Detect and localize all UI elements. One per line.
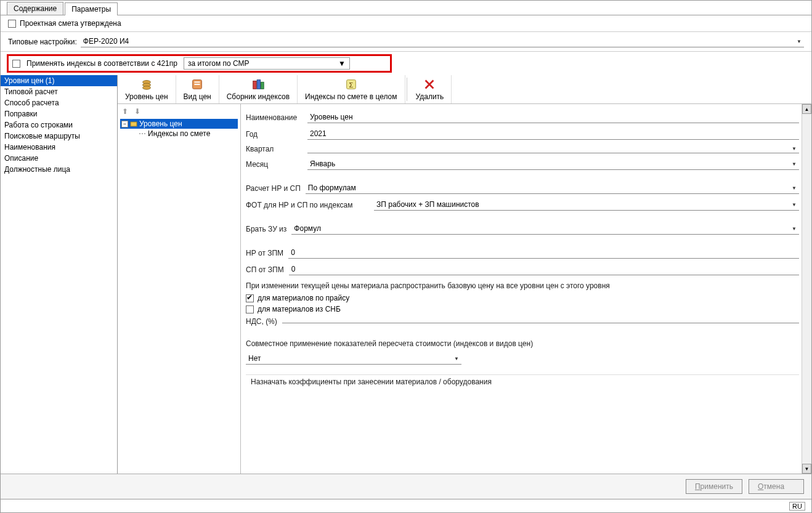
apply-index-value: за итогом по СМР (188, 59, 250, 68)
tab-parameters[interactable]: Параметры (65, 2, 118, 15)
apply-index-highlight: Применять индексы в соответствии с 421пр… (7, 54, 392, 73)
delete-icon (423, 78, 436, 91)
approved-checkbox[interactable] (8, 20, 16, 28)
sidebar-item-search-routes[interactable]: Поисковые маршруты (1, 131, 117, 142)
month-label: Месяц (246, 160, 307, 169)
tree-child-label: Индексы по смете (148, 129, 210, 138)
typical-settings-row: Типовые настройки: ФЕР-2020 И4 ▼ (1, 32, 811, 52)
toolbar-index-estimate-label: Индексы по смете в целом (305, 92, 397, 101)
tree-root-label: Уровень цен (139, 119, 182, 128)
tree-move-down-button[interactable]: ⬇ (132, 107, 142, 116)
sidebar-item-officials[interactable]: Должностные лица (1, 164, 117, 175)
scroll-down-icon[interactable]: ▼ (802, 464, 811, 474)
toolbar-price-view-button[interactable]: Вид цен (176, 75, 219, 103)
toolbar-delete-button[interactable]: Удалить (408, 75, 452, 103)
name-label: Наименование (246, 113, 307, 122)
books-icon (251, 78, 265, 91)
assign-coefficients-label: Назначать коэффициенты при занесении мат… (246, 374, 799, 389)
apply-index-checkbox[interactable] (12, 60, 20, 68)
svg-rect-7 (257, 80, 261, 89)
typical-settings-label: Типовые настройки: (8, 38, 77, 46)
fot-combo[interactable]: ЗП рабочих + ЗП машинистов▼ (374, 199, 799, 211)
toolbar-index-estimate-button[interactable]: Σ Индексы по смете в целом (298, 75, 405, 103)
toolbar-price-level-button[interactable]: Уровень цен (118, 75, 176, 103)
tab-content[interactable]: Содержание (7, 2, 63, 15)
sidebar-item-corrections[interactable]: Поправки (1, 108, 117, 119)
sidebar-item-lines-work[interactable]: Работа со строками (1, 119, 117, 131)
nr-zpm-label: НР от ЗПМ (246, 249, 283, 257)
sidebar-item-names[interactable]: Наименования (1, 142, 117, 153)
chevron-down-icon: ▼ (792, 185, 797, 191)
toolbar-separator (407, 78, 407, 101)
form-pane: Наименование Уровень цен▼ Год 2021▼ Квар… (241, 104, 811, 474)
month-combo[interactable]: Январь▼ (307, 158, 799, 170)
joint-use-label: Совместное применение показателей пересч… (246, 336, 799, 350)
sigma-icon: Σ (344, 78, 358, 91)
approved-row: Проектная смета утверждена (1, 15, 811, 32)
sidebar-item-description[interactable]: Описание (1, 153, 117, 164)
quarter-combo[interactable]: ▼ (307, 145, 799, 153)
tree-child-node[interactable]: ⋯ Индексы по смете (137, 129, 238, 139)
joint-use-combo[interactable]: Нет▼ (246, 353, 461, 365)
toolbar-price-level-label: Уровень цен (125, 92, 168, 101)
nr-zpm-field[interactable]: 0▼ (288, 247, 799, 259)
apply-index-combo[interactable]: за итогом по СМР ▼ (184, 57, 350, 70)
sp-zpm-label: СП от ЗПМ (246, 265, 284, 274)
svg-rect-8 (261, 82, 264, 89)
nr-sp-combo[interactable]: По формулам▼ (306, 182, 799, 194)
chevron-down-icon: ▼ (797, 39, 802, 44)
sidebar: Уровни цен (1) Типовой расчет Способ рас… (1, 75, 118, 474)
vertical-scrollbar[interactable]: ▲ ▼ (802, 104, 811, 474)
toolbar-index-collection-label: Сборник индексов (227, 92, 290, 101)
chevron-down-icon: ▼ (792, 161, 797, 167)
apply-button[interactable]: Применить (686, 479, 742, 494)
button-bar: Применить Отмена (1, 474, 811, 499)
collapse-icon[interactable]: − (121, 121, 128, 127)
sidebar-item-price-levels[interactable]: Уровни цен (1) (1, 75, 117, 86)
materials-snb-checkbox[interactable] (246, 305, 254, 313)
language-indicator[interactable]: RU (789, 502, 805, 511)
name-field[interactable]: Уровень цен▼ (307, 111, 799, 123)
book-icon (190, 78, 204, 91)
approved-label: Проектная смета утверждена (20, 19, 121, 28)
svg-rect-5 (195, 84, 200, 85)
toolbar: Уровень цен Вид цен Сборник индексов Σ И… (118, 75, 811, 104)
coins-icon (140, 78, 153, 91)
svg-text:Σ: Σ (349, 81, 353, 89)
chevron-down-icon: ▼ (792, 226, 797, 232)
propagate-note: При изменении текущей цены материала рас… (246, 278, 799, 293)
zu-combo[interactable]: Формул▼ (291, 223, 799, 235)
nds-field[interactable]: ▼ (282, 320, 799, 323)
nds-label: НДС, (%) (246, 317, 277, 326)
materials-snb-label: для материалов из СНБ (258, 305, 341, 313)
zu-label: Брать ЗУ из (246, 225, 286, 233)
scroll-up-icon[interactable]: ▲ (802, 104, 811, 114)
tree-move-up-button[interactable]: ⬆ (120, 107, 130, 116)
apply-index-label: Применять индексы в соответствии с 421пр (26, 59, 177, 68)
cancel-button[interactable]: Отмена (749, 479, 804, 494)
year-field[interactable]: 2021▼ (307, 128, 799, 140)
chevron-down-icon: ▼ (792, 202, 797, 208)
sidebar-item-typical-calc[interactable]: Типовой расчет (1, 86, 117, 97)
chevron-down-icon: ▼ (792, 146, 797, 151)
tab-strip: Содержание Параметры (1, 1, 811, 15)
year-label: Год (246, 130, 307, 139)
fot-label: ФОТ для НР и СП по индексам (246, 201, 369, 209)
tree-root-node[interactable]: − Уровень цен (120, 119, 238, 129)
toolbar-index-collection-button[interactable]: Сборник индексов (219, 75, 298, 103)
typical-settings-combo[interactable]: ФЕР-2020 И4 ▼ (81, 36, 804, 47)
status-bar: RU (1, 499, 811, 512)
tree-connector: ⋯ (139, 129, 146, 138)
toolbar-price-view-label: Вид цен (184, 92, 211, 101)
folder-icon (130, 120, 137, 127)
materials-price-label: для материалов по прайсу (258, 294, 349, 302)
svg-point-2 (142, 86, 150, 90)
chevron-down-icon: ▼ (454, 356, 459, 362)
sp-zpm-field[interactable]: 0▼ (289, 264, 799, 275)
materials-price-checkbox[interactable] (246, 294, 254, 302)
svg-rect-11 (131, 122, 137, 126)
nr-sp-label: Расчет НР и СП (246, 184, 301, 193)
quarter-label: Квартал (246, 145, 307, 153)
sidebar-item-calc-method[interactable]: Способ расчета (1, 97, 117, 108)
toolbar-delete-label: Удалить (416, 92, 444, 101)
